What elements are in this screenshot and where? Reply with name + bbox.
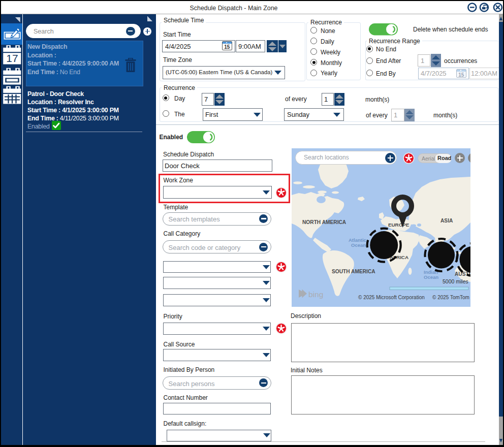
svg-text:Ocean: Ocean [351,242,366,248]
svg-text:bing: bing [308,290,323,299]
svg-text:SOUTH AMERICA: SOUTH AMERICA [332,269,375,274]
svg-text:ASIA: ASIA [440,218,453,224]
svg-text:© 2025 Microsoft Corporation: © 2025 Microsoft Corporation [358,295,425,300]
svg-text:Ocean: Ocean [424,274,438,280]
svg-text:© 2025 TomTom: © 2025 TomTom [432,295,469,300]
svg-text:EUROPE: EUROPE [388,222,410,228]
svg-text:5000 miles: 5000 miles [443,278,468,284]
svg-text:17: 17 [6,52,18,64]
svg-text:NORTH AMERICA: NORTH AMERICA [302,219,346,225]
